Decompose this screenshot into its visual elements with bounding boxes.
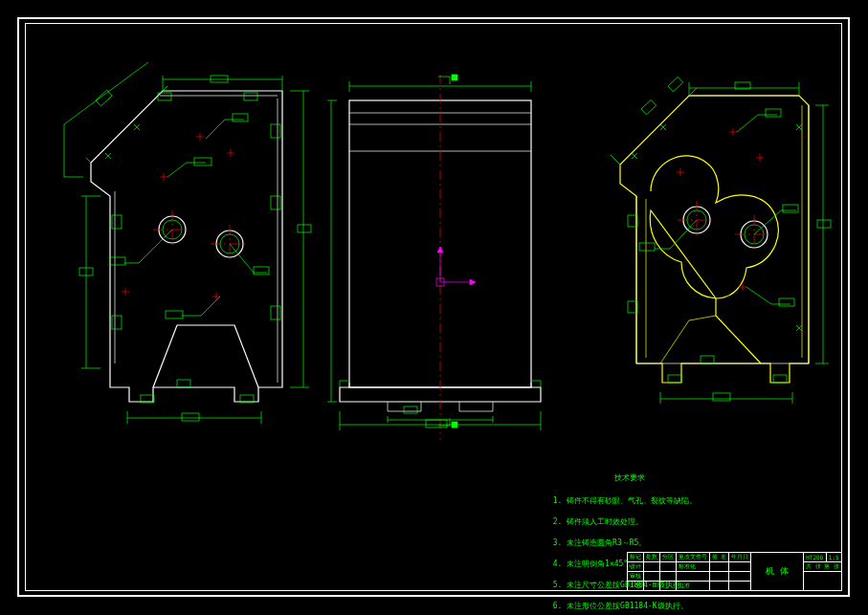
tb-cell — [659, 582, 676, 591]
svg-rect-9 — [244, 93, 257, 100]
tb-cell: 分区 — [659, 553, 676, 562]
svg-rect-14 — [112, 316, 122, 329]
svg-rect-23 — [182, 413, 199, 421]
tb-cell: 批准 — [676, 582, 709, 591]
tb-cell — [729, 582, 751, 591]
svg-rect-19 — [254, 267, 269, 275]
svg-rect-47 — [701, 356, 714, 363]
ucs-icon — [436, 247, 476, 286]
svg-rect-46 — [773, 375, 787, 383]
tb-cell: 年月日 — [729, 553, 751, 562]
svg-rect-35 — [817, 220, 831, 228]
svg-rect-36 — [641, 99, 657, 114]
tb-cell — [659, 572, 676, 582]
tb-cell — [709, 582, 729, 591]
svg-rect-18 — [110, 257, 125, 265]
notes-line: 2. 铸件须人工时效处理。 — [553, 517, 643, 526]
svg-rect-37 — [668, 77, 683, 91]
tb-dwgno — [804, 572, 842, 591]
svg-rect-5 — [96, 90, 112, 106]
tb-cell: 标准化 — [676, 562, 709, 572]
tb-cell — [709, 572, 729, 582]
tb-cell — [676, 572, 709, 582]
title-block: 标记 处数 分区 更改文件号 签 名 年月日 机 体 HT200 1:5 设计 … — [627, 552, 842, 591]
svg-rect-25 — [452, 75, 457, 80]
cad-canvas — [0, 0, 868, 615]
tb-cell: 签 名 — [709, 553, 729, 562]
svg-rect-43 — [779, 298, 794, 306]
notes-line: 6. 未注形位公差按GB1184-K级执行。 — [553, 602, 688, 610]
notes-line: 3. 未注铸造圆角R3～R5。 — [553, 538, 647, 547]
tb-cell: 审核 — [627, 572, 643, 582]
view-section — [611, 77, 831, 404]
tb-cell: HT200 — [804, 553, 827, 562]
tb-cell — [643, 562, 659, 572]
svg-rect-40 — [639, 243, 655, 251]
notes-line: 4. 未注明倒角1×45°。 — [553, 560, 636, 568]
tb-cell — [709, 562, 729, 572]
svg-rect-22 — [166, 311, 183, 318]
tb-cell: 1:5 — [826, 553, 841, 562]
svg-rect-28 — [426, 420, 447, 428]
svg-rect-4 — [211, 76, 228, 82]
tb-cell: 共 张 第 张 — [804, 562, 842, 572]
svg-rect-20 — [233, 114, 248, 121]
tb-cell: 更改文件号 — [676, 553, 709, 562]
tb-cell — [729, 562, 751, 572]
tb-cell — [643, 582, 659, 591]
svg-rect-12 — [271, 306, 280, 319]
tb-cell: 设计 — [627, 562, 643, 572]
notes-title: 技术要求 — [572, 472, 687, 483]
tb-cell — [659, 562, 676, 572]
view-front — [64, 62, 311, 424]
svg-rect-7 — [298, 225, 311, 232]
svg-rect-29 — [404, 406, 417, 413]
tb-cell — [643, 572, 659, 582]
svg-rect-15 — [177, 380, 190, 387]
tb-partname: 机 体 — [751, 553, 804, 591]
svg-rect-41 — [783, 205, 798, 212]
svg-rect-13 — [112, 215, 122, 229]
tb-cell: 工艺 — [627, 582, 643, 591]
svg-rect-45 — [668, 375, 681, 383]
tb-cell: 处数 — [643, 553, 659, 562]
notes-line: 1. 铸件不得有砂眼、气孔、裂纹等缺陷。 — [553, 496, 697, 505]
svg-rect-42 — [766, 109, 781, 117]
svg-rect-10 — [271, 124, 280, 138]
view-side — [327, 75, 541, 440]
svg-rect-44 — [713, 393, 730, 401]
tb-cell: 标记 — [627, 553, 643, 562]
svg-rect-11 — [271, 196, 280, 209]
tb-cell — [729, 572, 751, 582]
svg-rect-21 — [194, 158, 211, 165]
